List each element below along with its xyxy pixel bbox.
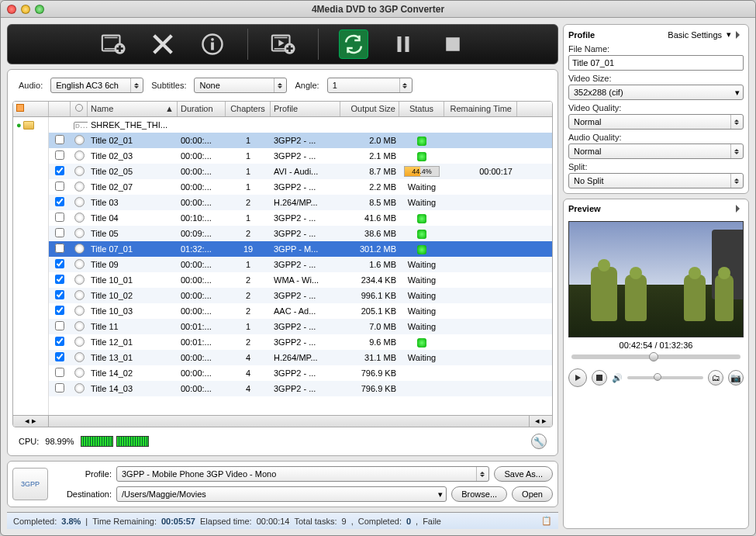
table-row[interactable]: Title 0400:10:...13GPP2 - ...41.6 MB — [49, 210, 552, 226]
row-checkbox[interactable] — [55, 290, 64, 299]
snapshot-folder-button[interactable]: 🗂 — [708, 370, 723, 386]
row-checkbox[interactable] — [55, 337, 64, 346]
row-name: Title 02_01 — [88, 136, 178, 145]
profile-select[interactable]: 3GPP - Mobile Phone 3GP Video - Mono — [116, 466, 489, 482]
open-button[interactable]: Open — [512, 486, 553, 502]
add-segment-button[interactable] — [268, 29, 298, 59]
table-row[interactable]: Title 0300:00:...2H.264/MP...8.5 MBWaiti… — [49, 195, 552, 210]
track-selectors: Audio: English AC3 6ch Subtitles: None A… — [12, 74, 553, 96]
delete-button[interactable] — [148, 29, 178, 59]
pause-button[interactable] — [388, 29, 418, 59]
row-checkbox[interactable] — [55, 150, 64, 160]
table-row[interactable]: Title 1100:01:...13GPP2 - ...7.0 MBWaiti… — [49, 319, 552, 334]
row-duration: 00:00:... — [178, 198, 226, 207]
row-name: Title 10_03 — [88, 306, 178, 316]
col-name[interactable]: Name ▲ — [88, 102, 178, 116]
row-checkbox[interactable] — [55, 383, 64, 392]
browse-button[interactable]: Browse... — [451, 486, 507, 502]
zoom-window[interactable] — [35, 5, 44, 14]
info-button[interactable] — [198, 29, 227, 59]
table-row[interactable]: Title 10_0200:00:...23GPP2 - ...996.1 KB… — [49, 288, 552, 303]
row-checkbox[interactable] — [55, 166, 64, 175]
row-chapters: 2 — [226, 337, 271, 347]
root-row[interactable]: DVD SHREK_THE_THI... — [49, 117, 552, 133]
audio-select[interactable]: English AC3 6ch — [50, 78, 143, 93]
row-checkbox[interactable] — [55, 244, 64, 253]
disc-icon — [74, 150, 85, 161]
save-as-button[interactable]: Save As... — [494, 466, 553, 482]
row-name: Title 02_07 — [88, 182, 178, 192]
table-row[interactable]: Title 0900:00:...13GPP2 - ...1.6 MBWaiti… — [49, 257, 552, 272]
row-checkbox[interactable] — [55, 213, 64, 222]
row-profile: 3GPP2 - ... — [271, 260, 340, 269]
disc-icon — [74, 337, 85, 347]
destination-select[interactable]: /Users/Maggie/Movies▾ — [116, 486, 447, 502]
split-select[interactable]: No Split — [568, 173, 744, 188]
col-size[interactable]: Output Size — [340, 102, 399, 116]
table-row[interactable]: Title 02_0300:00:...13GPP2 - ...2.1 MB — [49, 148, 552, 164]
row-chapters: 2 — [226, 306, 271, 316]
settings-icon[interactable]: 🔧 — [531, 434, 547, 449]
subtitles-select[interactable]: None — [194, 78, 287, 93]
row-duration: 00:00:... — [178, 136, 226, 145]
svg-rect-8 — [405, 36, 409, 52]
row-checkbox[interactable] — [55, 321, 64, 330]
expand-profile-icon[interactable] — [736, 31, 744, 39]
col-remaining[interactable]: Remaining Time — [444, 102, 517, 116]
snapshot-button[interactable]: 📷 — [728, 370, 744, 386]
stop-button[interactable] — [438, 29, 468, 59]
output-panel: 3GPP Profile: 3GPP - Mobile Phone 3GP Vi… — [7, 461, 558, 507]
row-checkbox[interactable] — [55, 259, 64, 268]
basic-settings-link[interactable]: Basic Settings — [668, 30, 722, 40]
close-window[interactable] — [7, 5, 16, 14]
table-row[interactable]: Title 02_0500:00:...1AVI - Audi...8.7 MB… — [49, 164, 552, 179]
table-row[interactable]: Title 10_0100:00:...2WMA - Wi...234.4 KB… — [49, 272, 552, 288]
status-ready-icon — [417, 137, 426, 146]
table-row[interactable]: Title 14_0200:00:...43GPP2 - ...796.9 KB — [49, 365, 552, 381]
col-status[interactable]: Status — [399, 102, 444, 116]
disc-icon — [74, 244, 85, 254]
table-row[interactable]: Title 12_0100:01:...23GPP2 - ...9.6 MB — [49, 334, 552, 350]
play-button[interactable] — [568, 368, 587, 387]
row-checkbox[interactable] — [55, 352, 64, 361]
table-row[interactable]: Title 14_0300:00:...43GPP2 - ...796.9 KB — [49, 381, 552, 396]
log-icon[interactable]: 📋 — [541, 516, 552, 526]
h-scrollbar[interactable]: ◂ ▸ ◂ ▸ — [13, 415, 552, 427]
col-profile[interactable]: Profile — [271, 102, 340, 116]
angle-select[interactable]: 1 — [327, 78, 413, 93]
audioquality-label: Audio Quality: — [568, 133, 744, 142]
preview-video[interactable] — [568, 221, 744, 337]
table-row[interactable]: Title 07_0101:32:...193GPP - M...301.2 M… — [49, 241, 552, 257]
row-size: 2.1 MB — [340, 151, 399, 161]
row-checkbox[interactable] — [55, 197, 64, 206]
table-row[interactable]: Title 02_0700:00:...13GPP2 - ...2.2 MBWa… — [49, 179, 552, 195]
svg-rect-9 — [446, 37, 460, 51]
stop-preview-button[interactable] — [592, 370, 607, 386]
table-row[interactable]: Title 10_0300:00:...2AAC - Ad...205.1 KB… — [49, 303, 552, 319]
row-chapters: 4 — [226, 368, 271, 378]
col-chapters[interactable]: Chapters — [226, 102, 271, 116]
table-row[interactable]: Title 02_0100:00:...13GPP2 - ...2.0 MB — [49, 133, 552, 148]
row-checkbox[interactable] — [55, 135, 64, 144]
convert-button[interactable] — [339, 29, 368, 59]
audioquality-select[interactable]: Normal — [568, 144, 744, 159]
minimize-window[interactable] — [21, 5, 30, 14]
row-checkbox[interactable] — [55, 368, 64, 377]
add-dvd-button[interactable] — [98, 29, 128, 59]
videosize-select[interactable]: 352x288 (cif)▾ — [568, 85, 744, 100]
volume-slider[interactable] — [627, 376, 703, 379]
seek-slider[interactable] — [571, 354, 740, 359]
expand-preview-icon[interactable] — [736, 205, 744, 213]
videoquality-select[interactable]: Normal — [568, 114, 744, 130]
filename-input[interactable] — [568, 55, 744, 71]
row-checkbox[interactable] — [55, 275, 64, 284]
table-header: Name ▲ Duration Chapters Profile Output … — [13, 102, 552, 117]
row-checkbox[interactable] — [55, 182, 64, 191]
col-duration[interactable]: Duration — [178, 102, 226, 116]
table-body[interactable]: DVD SHREK_THE_THI... Title 02_0100:00:..… — [49, 117, 552, 415]
row-checkbox[interactable] — [55, 228, 64, 237]
table-row[interactable]: Title 13_0100:00:...4H.264/MP...31.1 MBW… — [49, 350, 552, 365]
row-checkbox[interactable] — [55, 306, 64, 315]
app-window: 4Media DVD to 3GP Converter Audio: Engli… — [0, 0, 756, 536]
table-row[interactable]: Title 0500:09:...23GPP2 - ...38.6 MB — [49, 226, 552, 241]
